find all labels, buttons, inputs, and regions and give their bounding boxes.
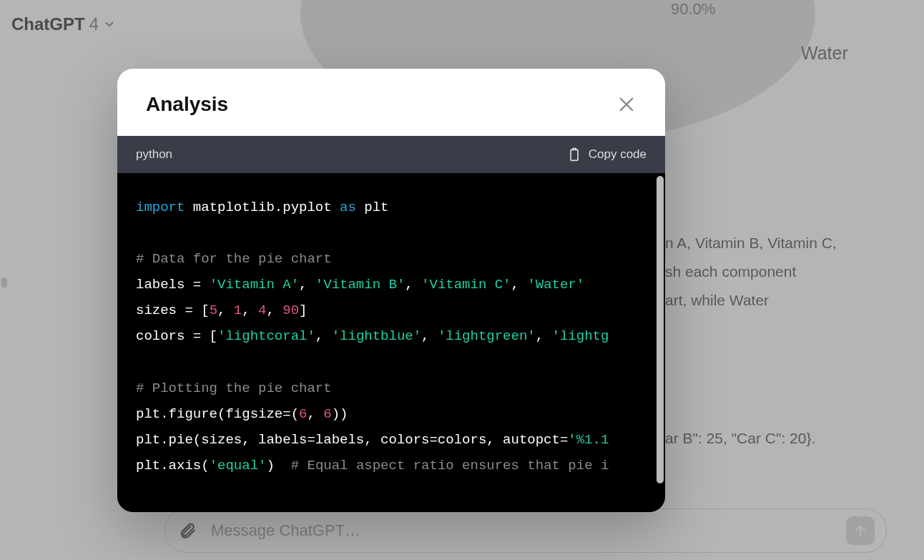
code-token: 'Vitamin C' <box>421 277 511 293</box>
code-block: python Copy code import matplotlib.pyplo… <box>117 136 665 512</box>
code-token: labels = <box>136 277 210 293</box>
code-token: )) <box>332 406 348 422</box>
clipboard-icon <box>567 147 581 162</box>
code-token: matplotlib.pyplot <box>185 200 340 215</box>
scrollbar[interactable] <box>657 176 664 483</box>
code-token: ] <box>299 303 307 318</box>
code-token: 'Water' <box>527 277 584 293</box>
copy-code-label: Copy code <box>589 147 647 162</box>
code-token: 4 <box>258 303 266 318</box>
code-token: # Equal aspect ratio ensures that pie i <box>291 458 609 473</box>
code-token: plt.figure(figsize=( <box>136 406 299 422</box>
code-token: 'lightcoral' <box>217 328 315 344</box>
code-toolbar: python Copy code <box>117 136 665 173</box>
code-token: '%1.1 <box>568 432 609 448</box>
analysis-modal: Analysis python Copy code import matplot… <box>117 69 665 512</box>
code-token: 'equal' <box>210 458 267 473</box>
code-token: 'lightblue' <box>332 328 421 344</box>
modal-title: Analysis <box>146 93 228 116</box>
code-token: 6 <box>299 406 307 422</box>
code-token: plt.pie(sizes, labels=labels, colors=col… <box>136 432 568 448</box>
code-token: 'Vitamin B' <box>315 277 405 293</box>
code-token: 'lightg <box>552 328 609 344</box>
code-token: 'Vitamin A' <box>210 277 299 293</box>
code-token: colors = [ <box>136 328 217 344</box>
code-token: sizes = [ <box>136 303 210 318</box>
modal-close-button[interactable] <box>616 94 637 114</box>
code-language-label: python <box>136 147 172 162</box>
code-token: plt <box>356 200 389 215</box>
code-token: import <box>136 200 185 215</box>
code-content[interactable]: import matplotlib.pyplot as plt # Data f… <box>117 173 665 512</box>
svg-rect-3 <box>571 149 578 160</box>
code-token: plt.axis( <box>136 458 210 473</box>
modal-header: Analysis <box>117 69 665 136</box>
code-token: as <box>340 200 356 215</box>
code-token: 'lightgreen' <box>438 328 536 344</box>
code-token: # Data for the pie chart <box>136 251 332 267</box>
code-token: 6 <box>323 406 331 422</box>
code-token: 90 <box>282 303 299 318</box>
code-token: 5 <box>210 303 217 318</box>
copy-code-button[interactable]: Copy code <box>567 147 647 162</box>
code-token: ) <box>266 458 290 473</box>
code-token: # Plotting the pie chart <box>136 380 332 396</box>
close-icon <box>616 94 637 114</box>
code-token: 1 <box>234 303 242 318</box>
